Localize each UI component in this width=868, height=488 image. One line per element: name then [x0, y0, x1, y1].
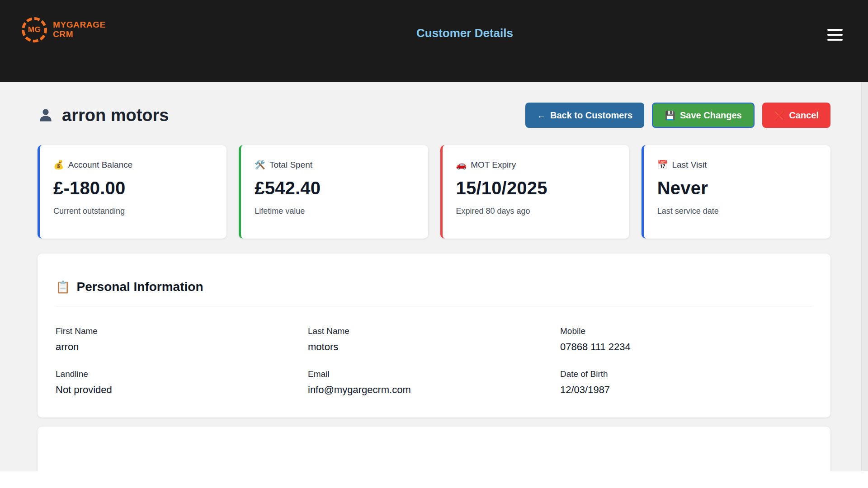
- brand-logo: MG MYGARAGE CRM: [22, 17, 106, 42]
- hamburger-icon-bar: [827, 29, 843, 31]
- stat-label: Last Visit: [672, 160, 707, 170]
- stat-label: Account Balance: [68, 160, 133, 170]
- save-button-label: Save Changes: [680, 110, 742, 121]
- browser-viewport: MG MYGARAGE CRM Customer Details: [0, 0, 868, 488]
- customer-title-row: arron motors ← Back to Customers 💾 Save …: [38, 103, 830, 128]
- field-label: Mobile: [560, 326, 812, 336]
- save-changes-button[interactable]: 💾 Save Changes: [652, 103, 754, 128]
- field-date-of-birth: Date of Birth 12/03/1987: [560, 369, 812, 396]
- stat-card-account-balance: 💰 Account Balance £-180.00 Current outst…: [38, 145, 226, 239]
- brand-monogram: MG: [28, 25, 41, 34]
- tools-icon: 🛠️: [255, 160, 265, 170]
- field-value: 12/03/1987: [560, 384, 812, 396]
- clipboard-icon: 📋: [56, 280, 70, 294]
- action-buttons: ← Back to Customers 💾 Save Changes ❌ Can…: [525, 103, 830, 128]
- field-label: Email: [308, 369, 560, 379]
- page-title: Customer Details: [416, 26, 513, 40]
- hamburger-menu-button[interactable]: [826, 26, 844, 43]
- field-value: info@mygargecrm.com: [308, 384, 560, 396]
- field-value: 07868 111 2234: [560, 341, 812, 353]
- field-mobile: Mobile 07868 111 2234: [560, 326, 812, 353]
- personal-information-card: 📋 Personal Information First Name arron …: [38, 253, 830, 418]
- scrollbar[interactable]: [861, 82, 868, 471]
- stat-label: MOT Expiry: [471, 160, 516, 170]
- field-value: arron: [56, 341, 308, 353]
- field-label: Last Name: [308, 326, 560, 336]
- stat-value: £-180.00: [53, 178, 213, 198]
- main-content: arron motors ← Back to Customers 💾 Save …: [0, 103, 868, 471]
- stat-subtext: Lifetime value: [255, 206, 414, 216]
- field-value: motors: [308, 341, 560, 353]
- section-title: Personal Information: [76, 280, 203, 294]
- field-label: Date of Birth: [560, 369, 812, 379]
- stat-card-mot-expiry: 🚗 MOT Expiry 15/10/2025 Expired 80 days …: [440, 145, 629, 239]
- back-button-label: Back to Customers: [550, 110, 632, 121]
- calendar-icon: 📅: [657, 160, 668, 170]
- stat-subtext: Last service date: [657, 206, 817, 216]
- field-last-name: Last Name motors: [308, 326, 560, 353]
- field-value: Not provided: [56, 384, 308, 396]
- brand-line2: CRM: [53, 30, 106, 39]
- stat-card-total-spent: 🛠️ Total Spent £542.40 Lifetime value: [239, 145, 428, 239]
- stat-label-row: 🛠️ Total Spent: [255, 160, 414, 170]
- stat-value: £542.40: [255, 178, 414, 198]
- hamburger-icon-bar: [827, 39, 843, 41]
- field-email: Email info@mygargecrm.com: [308, 369, 560, 396]
- field-label: First Name: [56, 326, 308, 336]
- brand-line1: MYGARAGE: [53, 20, 106, 30]
- person-icon: [38, 107, 54, 123]
- stat-label-row: 🚗 MOT Expiry: [456, 160, 616, 170]
- money-bag-icon: 💰: [53, 160, 64, 170]
- cancel-x-icon: ❌: [774, 111, 785, 120]
- app-header: MG MYGARAGE CRM Customer Details: [0, 0, 868, 82]
- cancel-button-label: Cancel: [789, 110, 819, 121]
- section-divider: [56, 306, 812, 306]
- brand-gear-icon: MG: [22, 17, 47, 42]
- car-icon: 🚗: [456, 160, 467, 170]
- field-label: Landline: [56, 369, 308, 379]
- cancel-button[interactable]: ❌ Cancel: [762, 103, 830, 128]
- customer-name-heading: arron motors: [38, 106, 169, 125]
- stat-card-last-visit: 📅 Last Visit Never Last service date: [642, 145, 830, 239]
- back-arrow-icon: ←: [537, 111, 546, 120]
- save-icon: 💾: [665, 111, 675, 120]
- hamburger-icon-bar: [827, 34, 843, 36]
- field-first-name: First Name arron: [56, 326, 308, 353]
- stat-label-row: 💰 Account Balance: [53, 160, 213, 170]
- personal-information-fields: First Name arron Last Name motors Mobile…: [56, 326, 812, 396]
- customer-name: arron motors: [62, 106, 169, 125]
- stat-value: Never: [657, 178, 817, 198]
- stat-value: 15/10/2025: [456, 178, 616, 198]
- personal-information-heading: 📋 Personal Information: [56, 280, 812, 294]
- back-to-customers-button[interactable]: ← Back to Customers: [525, 103, 644, 128]
- page-background: MG MYGARAGE CRM Customer Details: [0, 0, 868, 471]
- stat-subtext: Current outstanding: [53, 206, 213, 216]
- next-section-card: [38, 427, 830, 471]
- field-landline: Landline Not provided: [56, 369, 308, 396]
- stat-subtext: Expired 80 days ago: [456, 206, 616, 216]
- stat-label-row: 📅 Last Visit: [657, 160, 817, 170]
- stats-row: 💰 Account Balance £-180.00 Current outst…: [38, 145, 830, 239]
- stat-label: Total Spent: [269, 160, 312, 170]
- brand-name: MYGARAGE CRM: [53, 20, 106, 39]
